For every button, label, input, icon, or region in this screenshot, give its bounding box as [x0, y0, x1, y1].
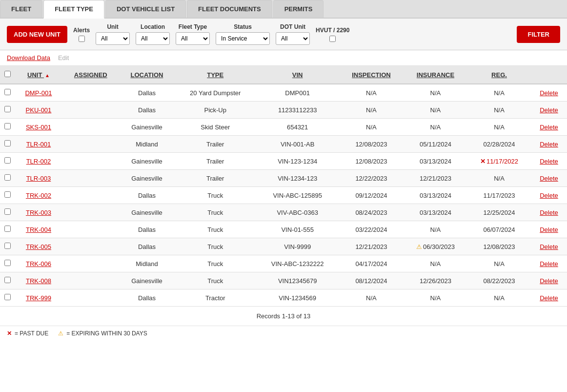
reg-cell: 12/08/2023 [467, 238, 531, 255]
row-checkbox[interactable] [4, 260, 11, 266]
assigned-cell [62, 170, 119, 187]
inspection-header[interactable]: INSPECTION [339, 66, 404, 84]
past-due-label: = PAST DUE [15, 330, 48, 337]
unit-link[interactable]: PKU-001 [26, 106, 52, 114]
row-checkbox[interactable] [4, 157, 11, 164]
delete-button[interactable]: Delete [540, 106, 558, 114]
alerts-label: Alerts [73, 27, 90, 34]
tab-fleet-documents[interactable]: FLEET DOCUMENTS [187, 0, 272, 18]
sort-icon: ▲ [45, 73, 50, 78]
expiring-warning-icon: ⚠ [416, 243, 422, 250]
insurance-cell: N/A [404, 84, 467, 102]
vin-cell: VIN-1234-123 [256, 170, 339, 187]
delete-button[interactable]: Delete [540, 141, 558, 148]
insurance-cell: N/A [404, 221, 467, 238]
table-row: TRK-003GainesvilleTruckVIV-ABC-036308/24… [0, 204, 567, 221]
row-checkbox[interactable] [4, 208, 11, 215]
delete-button[interactable]: Delete [540, 124, 558, 131]
unit-link[interactable]: TRK-005 [26, 243, 51, 250]
tab-permits[interactable]: PERMITS [273, 0, 324, 18]
tab-dot-vehicle-list[interactable]: DOT VEHICLE LIST [105, 0, 186, 18]
dot-unit-select[interactable]: All [276, 32, 310, 45]
reg-cell: N/A [467, 102, 531, 119]
row-checkbox[interactable] [4, 243, 11, 249]
unit-link[interactable]: TRK-006 [26, 260, 51, 268]
row-checkbox[interactable] [4, 174, 11, 181]
assigned-header[interactable]: ASSIGNED [62, 66, 119, 84]
location-select[interactable]: All [136, 32, 170, 45]
unit-link[interactable]: TLR-001 [26, 141, 51, 148]
select-all-checkbox[interactable] [4, 71, 11, 77]
unit-link[interactable]: TRK-008 [26, 277, 51, 285]
filter-button[interactable]: FILTER [517, 26, 560, 43]
download-data-button[interactable]: Download Data [7, 54, 50, 62]
row-checkbox[interactable] [4, 226, 11, 232]
tab-fleet[interactable]: FLEET [0, 0, 42, 18]
unit-link[interactable]: TRK-002 [26, 192, 51, 199]
table-row: SKS-001GainesvilleSkid Steer654321N/AN/A… [0, 119, 567, 136]
status-select[interactable]: In Service Out of Service All [216, 32, 270, 45]
assigned-cell [62, 119, 119, 136]
add-new-unit-button[interactable]: ADD NEW UNIT [7, 26, 67, 43]
delete-button[interactable]: Delete [540, 294, 558, 302]
assigned-cell [62, 255, 119, 272]
unit-link[interactable]: DMP-001 [25, 89, 52, 97]
delete-button[interactable]: Delete [540, 175, 558, 182]
delete-button[interactable]: Delete [540, 277, 558, 285]
reg-cell: 06/07/2024 [467, 221, 531, 238]
insurance-cell: N/A [404, 289, 467, 307]
unit-link[interactable]: SKS-001 [26, 124, 51, 131]
unit-header[interactable]: UNIT ▲ [15, 66, 62, 84]
inspection-cell: N/A [339, 119, 404, 136]
vin-cell: VIN-9999 [256, 238, 339, 255]
edit-button[interactable]: Edit [58, 54, 69, 62]
row-checkbox[interactable] [4, 123, 11, 129]
hvut-checkbox[interactable] [329, 36, 336, 42]
delete-button[interactable]: Delete [540, 243, 558, 250]
hvut-group: HVUT / 2290 [316, 27, 349, 42]
status-filter-group: Status In Service Out of Service All [216, 23, 270, 45]
location-cell: Dallas [119, 102, 175, 119]
unit-link[interactable]: TLR-003 [26, 175, 51, 182]
location-cell: Gainesville [119, 153, 175, 170]
unit-filter-label: Unit [107, 23, 118, 30]
vin-cell: VIN-001-AB [256, 136, 339, 153]
type-cell: Trailer [175, 153, 256, 170]
vin-header[interactable]: VIN [256, 66, 339, 84]
row-checkbox[interactable] [4, 294, 11, 300]
inspection-cell: 09/12/2024 [339, 187, 404, 204]
type-header[interactable]: TYPE [175, 66, 256, 84]
unit-link[interactable]: TRK-003 [26, 209, 51, 216]
row-checkbox[interactable] [4, 106, 11, 112]
delete-button[interactable]: Delete [540, 158, 558, 165]
fleet-type-select[interactable]: All [176, 32, 210, 45]
delete-button[interactable]: Delete [540, 209, 558, 216]
reg-cell: ✕11/17/2022 [467, 153, 531, 170]
unit-link[interactable]: TRK-999 [26, 294, 51, 302]
row-checkbox[interactable] [4, 277, 11, 283]
type-cell: Trailer [175, 170, 256, 187]
select-all-header [0, 66, 15, 84]
location-header[interactable]: LOCATION [119, 66, 175, 84]
insurance-cell: ⚠06/30/2023 [404, 238, 467, 255]
alerts-checkbox[interactable] [79, 36, 85, 42]
insurance-cell: 12/21/2023 [404, 170, 467, 187]
unit-select[interactable]: All [96, 32, 130, 45]
delete-button[interactable]: Delete [540, 89, 558, 97]
row-checkbox[interactable] [4, 89, 11, 95]
delete-button[interactable]: Delete [540, 192, 558, 199]
unit-link[interactable]: TRK-004 [26, 226, 51, 233]
location-cell: Gainesville [119, 204, 175, 221]
delete-button[interactable]: Delete [540, 260, 558, 268]
reg-cell: N/A [467, 289, 531, 307]
reg-header[interactable]: REG. [467, 66, 531, 84]
row-checkbox[interactable] [4, 140, 11, 146]
row-checkbox[interactable] [4, 191, 11, 198]
insurance-header[interactable]: INSURANCE [404, 66, 467, 84]
warning-icon: ⚠ [58, 330, 63, 337]
unit-link[interactable]: TLR-002 [26, 158, 51, 165]
tab-fleet-type[interactable]: FLEET TYPE [43, 0, 104, 19]
assigned-cell [62, 136, 119, 153]
delete-button[interactable]: Delete [540, 226, 558, 233]
type-cell: Truck [175, 255, 256, 272]
